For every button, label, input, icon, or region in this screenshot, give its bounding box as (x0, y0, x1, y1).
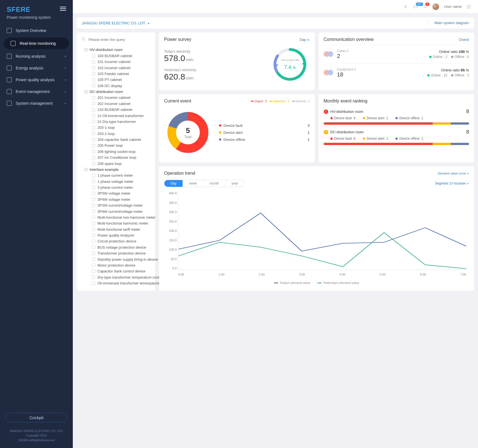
tree-item[interactable]: 210 BUSBAR cabinet (82, 107, 150, 113)
tree-item[interactable]: 103 Feeder cabinet (82, 71, 150, 77)
checkbox[interactable] (92, 162, 95, 165)
checkbox[interactable] (92, 60, 95, 64)
checkbox[interactable] (92, 282, 95, 285)
checkbox[interactable] (92, 186, 95, 189)
nav-item[interactable]: System management▾ (0, 97, 73, 109)
nav-item[interactable]: Running analysis▾ (0, 50, 73, 62)
cockpit-button[interactable]: Cockpit (6, 413, 67, 423)
segment-dropdown[interactable]: Segment 1# incomer ▼ (435, 181, 469, 185)
tree-item[interactable]: 204 capacitor bank cabinet (82, 137, 150, 143)
tree-item[interactable]: 207 Air Conditioner loop (82, 155, 150, 160)
tab[interactable]: year (225, 180, 244, 187)
tree-item[interactable]: 1 phase voltage meter (82, 179, 150, 185)
tree-item[interactable]: 106 DC display (82, 83, 150, 89)
tree-group[interactable]: −DC-distribution room (82, 89, 150, 95)
tree-item[interactable]: Power quality Analyzer (82, 232, 150, 238)
tree-item[interactable]: 105 PT cabinet (82, 77, 150, 83)
tree-item[interactable]: Standby power supply bring-in device (82, 256, 150, 262)
checkbox[interactable] (92, 228, 95, 231)
nav-item[interactable]: Real-time monitoring (4, 38, 69, 49)
collapse-icon[interactable]: − (85, 90, 87, 93)
nav-item[interactable]: Power quality analysis▾ (0, 74, 73, 86)
checkbox[interactable] (92, 174, 95, 177)
tree-item[interactable]: Transformer protection device (82, 250, 150, 256)
tree-item[interactable]: 3P4W current/voltage meter (82, 208, 150, 214)
tab[interactable]: month (203, 180, 225, 187)
tree-item[interactable]: Multi-functional tariff meter (82, 227, 150, 232)
checkbox[interactable] (92, 144, 95, 147)
nav-item[interactable]: Energy analysis▾ (0, 62, 73, 74)
checkbox[interactable] (92, 210, 95, 213)
checkbox[interactable] (92, 240, 95, 243)
checkbox[interactable] (92, 216, 95, 219)
checkbox[interactable] (92, 108, 95, 111)
message-icon[interactable]: 99+ (413, 4, 418, 9)
tree-item[interactable]: BUS voltage protection device (82, 244, 150, 250)
tree-group[interactable]: −Interface example (82, 167, 150, 172)
checkbox[interactable] (92, 234, 95, 237)
checkbox[interactable] (92, 258, 95, 261)
avatar[interactable] (432, 3, 439, 10)
tree-item[interactable]: Motor protection device (82, 262, 150, 268)
tree-item[interactable]: 101 Incomer cabinet (82, 59, 150, 65)
search-input[interactable] (88, 38, 150, 42)
tree-item[interactable]: 1# Oil-immersed transformer (82, 113, 150, 118)
checkbox[interactable] (92, 246, 95, 249)
sound-icon[interactable] (404, 4, 409, 9)
checkbox[interactable] (92, 66, 95, 69)
checkbox[interactable] (92, 126, 95, 129)
tree-item[interactable]: Capacitor bank control device (82, 268, 150, 274)
checkbox[interactable] (92, 132, 95, 135)
checkbox[interactable] (92, 138, 95, 141)
checkbox[interactable] (92, 198, 95, 201)
tree-item[interactable]: 3 phase current meter (82, 185, 150, 190)
checkbox[interactable] (92, 270, 95, 273)
username[interactable]: User name (444, 4, 462, 9)
tree-item[interactable]: 203-1 loop (82, 125, 150, 130)
checkbox[interactable] (92, 96, 95, 99)
checkbox[interactable] (92, 120, 95, 123)
tree-item[interactable]: 3P3W current/voltage meter (82, 202, 150, 208)
company-dropdown[interactable]: JIANGSU SFERE ELECTRIC CO. LDT.▼ (82, 21, 150, 25)
tree-item[interactable]: 205 Power loop (82, 143, 150, 148)
apps-icon[interactable] (466, 4, 471, 9)
nav-item[interactable]: System Overview (0, 25, 73, 36)
tree-group[interactable]: −HV-distribution room (82, 47, 150, 53)
checkbox[interactable] (92, 84, 95, 87)
tree-item[interactable]: Circuit protection device (82, 238, 150, 244)
tree-item[interactable]: 100 BUSBAR cabinet (82, 53, 150, 59)
tree-item[interactable]: 3P3W voltage meter (82, 190, 150, 196)
tree-item[interactable]: 206 lighting socket loop (82, 149, 150, 155)
tree-item[interactable]: 2# Dry-type transformer (82, 119, 150, 125)
menu-toggle-icon[interactable] (60, 6, 66, 12)
checkbox[interactable] (92, 78, 95, 81)
tree-item[interactable]: 1 phase current meter (82, 172, 150, 178)
tree-item[interactable]: 203-2 loop (82, 131, 150, 137)
checkbox[interactable] (92, 180, 95, 183)
tab[interactable]: Day (164, 180, 183, 187)
tree-item[interactable]: 102 Incomer cabinet (82, 65, 150, 71)
tab[interactable]: week (183, 180, 203, 187)
collapse-icon[interactable]: − (85, 168, 87, 171)
checkbox[interactable] (92, 204, 95, 207)
checkbox[interactable] (92, 263, 95, 267)
checkbox[interactable] (92, 102, 95, 105)
checkbox[interactable] (92, 150, 95, 153)
system-diagram-link[interactable]: Main system diagram (428, 21, 469, 25)
check-link[interactable]: Check (459, 38, 469, 42)
tree-item[interactable]: Multi-functional non-harmonic meter (82, 214, 150, 220)
curve-dropdown[interactable]: Demand value curve ▼ (438, 171, 469, 175)
checkbox[interactable] (92, 54, 95, 57)
checkbox[interactable] (92, 156, 95, 159)
nav-item[interactable]: Event management▾ (0, 86, 73, 97)
checkbox[interactable] (92, 276, 95, 279)
checkbox[interactable] (92, 72, 95, 75)
checkbox[interactable] (92, 222, 95, 225)
range-dropdown[interactable]: Day ▼ (300, 38, 310, 42)
collapse-icon[interactable]: − (85, 48, 87, 51)
checkbox[interactable] (92, 192, 95, 195)
tree-item[interactable]: Dry-type transformer temperature control… (82, 274, 150, 280)
checkbox[interactable] (92, 114, 95, 117)
tree-item[interactable]: Multi-functional harmonic meter (82, 220, 150, 226)
tree-item[interactable]: 208 spare loop (82, 160, 150, 166)
